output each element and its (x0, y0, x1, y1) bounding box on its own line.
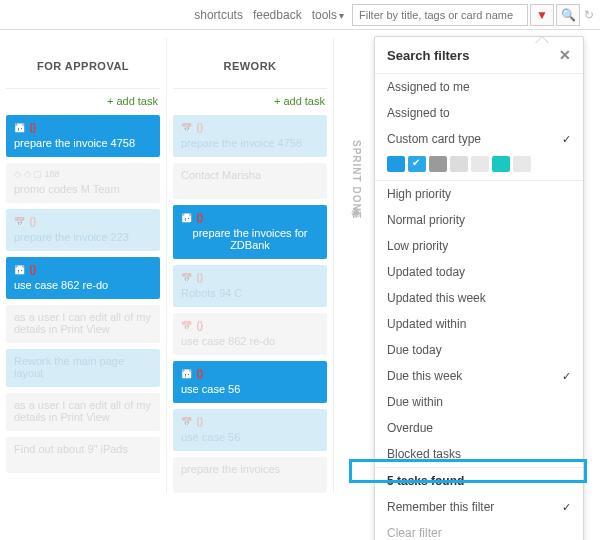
color-swatch[interactable] (429, 156, 447, 172)
card-title: prepare the invoice 4758 (14, 137, 152, 149)
search-button[interactable]: 🔍 (556, 4, 580, 26)
check-icon: ✓ (562, 133, 571, 146)
task-card[interactable]: Rework the main page layout (6, 349, 160, 387)
top-links: shortcuts feedback tools (194, 8, 344, 22)
filter-input[interactable] (352, 4, 528, 26)
card-title: Contact Marisha (181, 169, 319, 181)
task-card[interactable]: ()prepare the invoice 223 (6, 209, 160, 251)
task-card[interactable]: ()prepare the invoice 4758 (6, 115, 160, 157)
color-swatch[interactable] (450, 156, 468, 172)
task-card[interactable]: as a user I can edit all of my details i… (6, 393, 160, 431)
task-card[interactable]: Contact Marisha (173, 163, 327, 199)
card-title: use case 56 (181, 383, 319, 395)
filter-assigned-to[interactable]: Assigned to (375, 100, 583, 126)
action-label: Remember this filter (387, 500, 494, 514)
card-title: as a user I can edit all of my details i… (14, 311, 152, 335)
color-swatch[interactable] (408, 156, 426, 172)
task-card[interactable]: ()prepare the invoices for ZDBank (173, 205, 327, 259)
calendar-icon: () (181, 320, 203, 331)
task-card[interactable]: ()use case 862 re-do (173, 313, 327, 355)
calendar-icon: () (181, 272, 203, 283)
action-label: Clear filter (387, 526, 442, 540)
filter-updated-this-week[interactable]: Updated this week (375, 285, 583, 311)
card-title: prepare the invoices for ZDBank (181, 227, 319, 251)
filter-action-remember-this-filter[interactable]: Remember this filter✓ (375, 494, 583, 520)
card-title: prepare the invoice 4758 (181, 137, 319, 149)
card-title: use case 56 (181, 431, 319, 443)
results-count: 5 tasks found (375, 467, 583, 494)
task-card[interactable]: as a user I can edit all of my details i… (6, 305, 160, 343)
refresh-icon: ↻ (584, 8, 594, 22)
panel-title: Search filters (387, 48, 469, 63)
filter-updated-today[interactable]: Updated today (375, 259, 583, 285)
filter-normal-priority[interactable]: Normal priority (375, 207, 583, 233)
task-card[interactable]: ()use case 56 (173, 361, 327, 403)
priority-icon: () (197, 368, 204, 379)
filter-label: Updated within (387, 317, 466, 331)
link-tools[interactable]: tools (312, 8, 344, 22)
filter-label: Due this week (387, 369, 462, 383)
priority-icon: () (197, 122, 204, 133)
filter-label: Due within (387, 395, 443, 409)
filter-overdue[interactable]: Overdue (375, 415, 583, 441)
priority-icon: () (197, 212, 204, 223)
filter-action-clear-filter[interactable]: Clear filter (375, 520, 583, 540)
calendar-icon: () (181, 122, 203, 133)
card-title: prepare the invoices (181, 463, 319, 475)
card-title: prepare the invoice 223 (14, 231, 152, 243)
task-card[interactable]: ()use case 862 re-do (6, 257, 160, 299)
filter-blocked-tasks[interactable]: Blocked tasks (375, 441, 583, 467)
priority-icon: () (30, 264, 37, 275)
task-card[interactable]: ()prepare the invoice 4758 (173, 115, 327, 157)
color-swatch[interactable] (492, 156, 510, 172)
task-card[interactable]: ◇ ◇ ▢ 188promo codes M Team (6, 163, 160, 203)
card-title: as a user I can edit all of my details i… (14, 399, 152, 423)
column-for-approval: FOR APPROVALadd task ()prepare the invoi… (0, 38, 167, 493)
filter-label: Normal priority (387, 213, 465, 227)
link-shortcuts[interactable]: shortcuts (194, 8, 243, 22)
card-title: use case 862 re-do (181, 335, 319, 347)
card-title: promo codes M Team (14, 183, 152, 195)
top-toolbar: shortcuts feedback tools ▼ 🔍 ↻ (0, 0, 600, 30)
task-card[interactable]: ()Robots 94 C (173, 265, 327, 307)
filter-due-within[interactable]: Due within (375, 389, 583, 415)
filter-low-priority[interactable]: Low priority (375, 233, 583, 259)
calendar-icon: () (14, 216, 36, 227)
filter-due-today[interactable]: Due today (375, 337, 583, 363)
priority-icon: () (197, 320, 204, 331)
custom-card-type-label: Custom card type (387, 132, 481, 146)
add-task-button[interactable]: add task (173, 89, 327, 115)
color-swatch[interactable] (387, 156, 405, 172)
task-card[interactable]: ()use case 56 (173, 409, 327, 451)
column-rework: REWORKadd task ()prepare the invoice 475… (167, 38, 334, 493)
task-card[interactable]: prepare the invoices (173, 457, 327, 493)
filter-assigned-to-me[interactable]: Assigned to me (375, 74, 583, 100)
check-icon: ✓ (562, 370, 571, 383)
priority-icon: () (30, 122, 37, 133)
filter-toggle-button[interactable]: ▼ (530, 4, 554, 26)
priority-icon: () (197, 272, 204, 283)
color-swatch[interactable] (471, 156, 489, 172)
calendar-icon: () (181, 368, 203, 379)
filter-high-priority[interactable]: High priority (375, 181, 583, 207)
column-header: FOR APPROVAL (6, 38, 160, 89)
card-title: use case 862 re-do (14, 279, 152, 291)
task-card[interactable]: Find out about 9" iPads (6, 437, 160, 473)
color-swatch[interactable] (513, 156, 531, 172)
filter-label: Due today (387, 343, 442, 357)
link-feedback[interactable]: feedback (253, 8, 302, 22)
close-icon[interactable]: ✕ (559, 47, 571, 63)
add-task-button[interactable]: add task (6, 89, 160, 115)
filter-custom-card-type[interactable]: Custom card type ✓ (375, 126, 583, 152)
card-meta: ◇ ◇ ▢ 188 (14, 169, 152, 179)
search-filters-panel: Search filters ✕ Assigned to meAssigned … (374, 36, 584, 540)
filter-due-this-week[interactable]: Due this week✓ (375, 363, 583, 389)
priority-icon: () (197, 416, 204, 427)
refresh-button[interactable]: ↻ (582, 4, 596, 26)
priority-icon: () (30, 216, 37, 227)
search-icon: 🔍 (561, 8, 576, 22)
filter-label: High priority (387, 187, 451, 201)
calendar-icon: () (181, 212, 203, 223)
filter-updated-within[interactable]: Updated within (375, 311, 583, 337)
person-icon: ◉ (351, 205, 361, 219)
